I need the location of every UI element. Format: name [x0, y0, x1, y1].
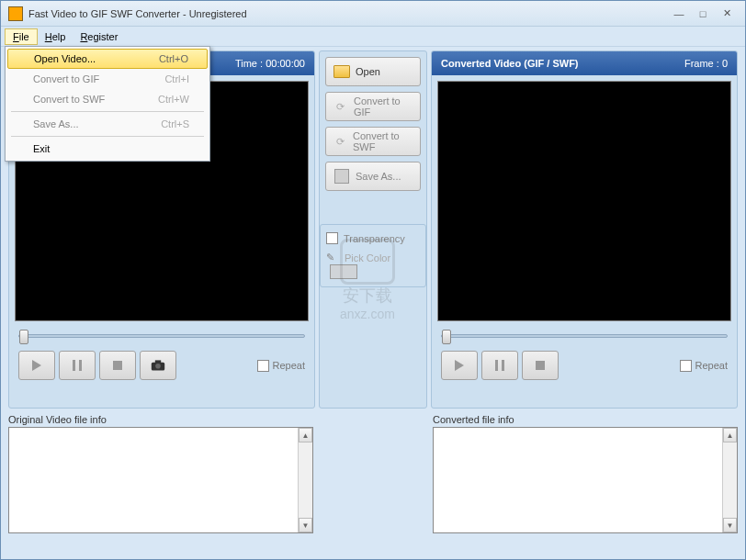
converted-repeat[interactable]: Repeat: [680, 360, 728, 372]
svg-rect-2: [113, 361, 122, 370]
snapshot-button[interactable]: [140, 351, 176, 380]
converted-controls: Repeat: [432, 345, 737, 386]
svg-rect-4: [155, 360, 161, 363]
menu-register[interactable]: Register: [73, 29, 125, 44]
svg-rect-1: [79, 360, 82, 371]
svg-rect-8: [536, 361, 545, 370]
converted-video-display: [437, 81, 731, 321]
menu-convert-gif: Convert to GIF Ctrl+I: [7, 69, 208, 89]
original-repeat[interactable]: Repeat: [257, 360, 305, 372]
original-time: Time : 00:00:00: [235, 58, 305, 69]
original-info-col: Original Video file info ▲ ▼: [8, 414, 313, 533]
stop-button[interactable]: [99, 351, 136, 380]
svg-rect-7: [502, 360, 504, 371]
play-button[interactable]: [441, 351, 478, 380]
scroll-down-icon[interactable]: ▼: [299, 518, 312, 532]
save-as-button: Save As...: [325, 162, 421, 191]
repeat-checkbox[interactable]: [257, 360, 269, 372]
converted-frame: Frame : 0: [684, 58, 728, 69]
scroll-down-icon[interactable]: ▼: [723, 518, 737, 532]
menu-file[interactable]: File: [5, 28, 38, 45]
convert-swf-button: ⟳ Convert to SWF: [325, 127, 421, 156]
original-info-label: Original Video file info: [8, 414, 313, 425]
menu-save-as: Save As... Ctrl+S: [7, 114, 208, 134]
folder-icon: [333, 64, 350, 79]
scrollbar[interactable]: ▲ ▼: [298, 428, 312, 532]
converted-info-col: Converted file info ▲ ▼: [433, 414, 738, 533]
play-button[interactable]: [18, 351, 55, 380]
scroll-up-icon[interactable]: ▲: [299, 428, 312, 442]
scrollbar[interactable]: ▲ ▼: [722, 428, 737, 532]
transparency-panel: Transparency ✎ Pick Color: [320, 224, 426, 287]
menubar: File Help Register Open Video... Ctrl+O …: [1, 27, 745, 47]
convert-icon: ⟳: [333, 99, 348, 114]
scroll-up-icon[interactable]: ▲: [723, 428, 737, 442]
convert-icon: ⟳: [333, 134, 347, 149]
pick-color-option: ✎ Pick Color: [326, 252, 420, 264]
minimize-button[interactable]: —: [668, 6, 690, 21]
menu-exit[interactable]: Exit: [7, 139, 208, 159]
close-button[interactable]: ✕: [716, 6, 738, 21]
app-icon: [8, 6, 23, 21]
svg-rect-6: [495, 360, 498, 371]
svg-point-5: [155, 364, 161, 369]
menu-convert-swf: Convert to SWF Ctrl+W: [7, 89, 208, 109]
menu-separator: [11, 111, 204, 112]
converted-panel-header: Converted Video (GIF / SWF) Frame : 0: [432, 51, 737, 75]
color-swatch[interactable]: [330, 264, 357, 279]
pause-button[interactable]: [59, 351, 96, 380]
app-window: Fast Video to GIF SWF Converter - Unregi…: [0, 0, 746, 560]
window-title: Fast Video to GIF SWF Converter - Unregi…: [28, 8, 666, 19]
converted-video-panel: Converted Video (GIF / SWF) Frame : 0 Re…: [431, 50, 738, 409]
converted-seek-slider[interactable]: [441, 334, 728, 338]
converted-info-label: Converted file info: [433, 414, 738, 425]
pause-button[interactable]: [481, 351, 518, 380]
info-row: Original Video file info ▲ ▼ Converted f…: [8, 414, 738, 533]
menu-open-video[interactable]: Open Video... Ctrl+O: [7, 49, 208, 69]
converted-slider-row: [432, 327, 737, 345]
original-slider-row: [9, 327, 314, 345]
titlebar[interactable]: Fast Video to GIF SWF Converter - Unregi…: [1, 1, 745, 27]
save-icon: [333, 169, 350, 184]
maximize-button[interactable]: □: [692, 6, 714, 21]
transparency-option[interactable]: Transparency: [326, 232, 420, 244]
original-info-box[interactable]: ▲ ▼: [8, 427, 313, 533]
repeat-checkbox[interactable]: [680, 360, 692, 372]
original-seek-slider[interactable]: [18, 334, 305, 338]
converted-title: Converted Video (GIF / SWF): [441, 58, 684, 69]
converted-info-box[interactable]: ▲ ▼: [433, 427, 738, 533]
stop-button[interactable]: [522, 351, 559, 380]
menu-separator: [11, 136, 204, 137]
slider-thumb[interactable]: [442, 330, 451, 344]
convert-gif-button: ⟳ Convert to GIF: [325, 92, 421, 121]
transparency-checkbox[interactable]: [326, 232, 338, 244]
svg-rect-0: [73, 360, 75, 371]
center-panel: Open ⟳ Convert to GIF ⟳ Convert to SWF S…: [319, 50, 427, 409]
file-dropdown: Open Video... Ctrl+O Convert to GIF Ctrl…: [5, 46, 210, 162]
eyedropper-icon: ✎: [326, 252, 339, 264]
original-controls: Repeat: [9, 345, 314, 386]
menu-help[interactable]: Help: [38, 29, 73, 44]
open-button[interactable]: Open: [325, 57, 421, 86]
slider-thumb[interactable]: [19, 330, 28, 344]
